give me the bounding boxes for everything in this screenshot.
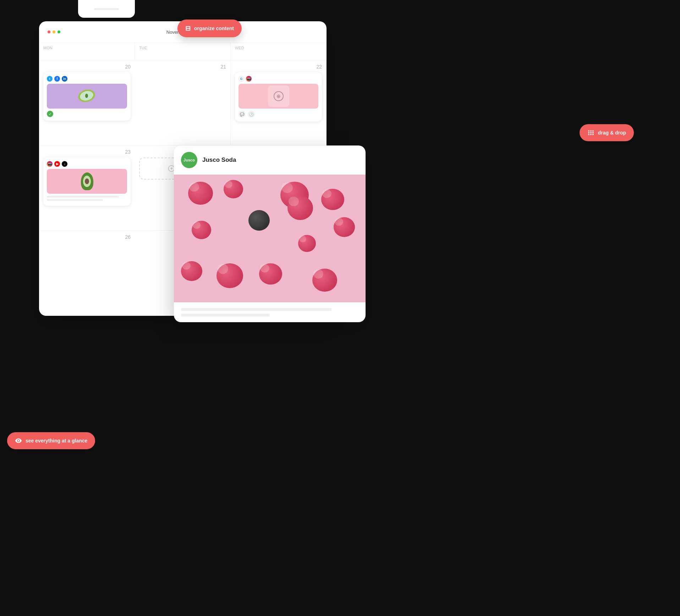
window-controls — [48, 31, 60, 33]
social-icons-22: G 📷 — [238, 76, 318, 82]
drag-drop-badge: drag & drop — [580, 124, 634, 141]
post-detail-image — [174, 175, 366, 302]
glance-label: see everything at a glance — [26, 438, 87, 444]
day-number-21: 21 — [139, 64, 226, 70]
drag-icon — [587, 129, 594, 136]
tiktok-icon: ♪ — [62, 161, 67, 167]
day-number-26: 26 — [43, 234, 131, 240]
day-number-20: 20 — [43, 64, 131, 70]
facebook-icon: f — [54, 76, 60, 82]
eye-icon — [15, 437, 22, 444]
day-names-row: Mon Tue Wed — [39, 43, 327, 60]
glance-badge: see everything at a glance — [7, 432, 95, 449]
post-detail-card: Jusco Jusco Soda — [174, 145, 366, 322]
svg-rect-4 — [590, 132, 591, 133]
svg-rect-7 — [590, 134, 591, 135]
chat-icon: 💬 — [238, 111, 246, 118]
brand-avatar: Jusco — [181, 152, 197, 168]
day-tue: Tue — [135, 43, 231, 60]
check-icon: ✓ — [47, 111, 53, 117]
post-detail-header: Jusco Jusco Soda — [174, 145, 366, 175]
post-image-avocado — [47, 169, 127, 194]
post-image-pink: ⊕ — [238, 84, 318, 109]
post-detail-line-2 — [181, 314, 270, 317]
post-card-20[interactable]: t f in ✓ — [43, 72, 131, 121]
post-card-23[interactable]: 📷 ▶ ♪ — [43, 158, 131, 206]
organize-icon: ⊟ — [185, 24, 191, 32]
linkedin-icon: in — [62, 76, 67, 82]
svg-rect-3 — [588, 132, 589, 133]
day-number-22: 22 — [235, 64, 322, 70]
organize-content-badge: ⊟ organize content — [177, 20, 242, 37]
day-number-23: 23 — [43, 149, 131, 155]
top-bar-line — [94, 8, 119, 10]
google-icon: G — [238, 76, 244, 82]
post-card-22[interactable]: G 📷 ⊕ 💬 🕐 — [235, 72, 322, 121]
day-wed: Wed — [231, 43, 327, 60]
svg-rect-5 — [592, 132, 593, 133]
drag-label: drag & drop — [598, 130, 626, 136]
raspberry-background — [174, 175, 366, 302]
instagram-icon-2: 📷 — [47, 161, 53, 167]
svg-rect-2 — [592, 130, 593, 131]
post-detail-footer — [174, 302, 366, 322]
svg-rect-0 — [588, 130, 589, 131]
calendar-cell-21: 21 — [135, 60, 231, 145]
calendar-cell-26: 26 — [39, 231, 135, 316]
calendar-cell-22: 22 G 📷 ⊕ 💬 🕐 — [231, 60, 327, 145]
calendar-cell-23: 23 📷 ▶ ♪ — [39, 145, 135, 231]
svg-rect-1 — [590, 130, 591, 131]
dot-green — [57, 31, 60, 33]
dot-yellow — [53, 31, 55, 33]
clock-icon: 🕐 — [248, 111, 255, 118]
top-bar-decoration — [78, 0, 135, 18]
post-meta-22: 💬 🕐 — [238, 111, 318, 118]
add-circle-icon: ⊕ — [274, 91, 284, 101]
twitter-icon: t — [47, 76, 53, 82]
organize-label: organize content — [194, 26, 234, 31]
day-mon: Mon — [39, 43, 135, 60]
social-icons-20: t f in — [47, 76, 127, 82]
dot-red — [48, 31, 50, 33]
post-detail-line-1 — [181, 308, 332, 311]
calendar-cell-20: 20 t f in ✓ — [39, 60, 135, 145]
svg-rect-8 — [592, 134, 593, 135]
brand-avatar-text: Jusco — [183, 158, 195, 162]
post-text-lines — [47, 196, 127, 201]
youtube-icon: ▶ — [54, 161, 60, 167]
social-icons-23: 📷 ▶ ♪ — [47, 161, 127, 167]
svg-rect-6 — [588, 134, 589, 135]
brand-name: Jusco Soda — [202, 156, 236, 164]
instagram-icon: 📷 — [246, 76, 252, 82]
post-image-melon — [47, 84, 127, 109]
